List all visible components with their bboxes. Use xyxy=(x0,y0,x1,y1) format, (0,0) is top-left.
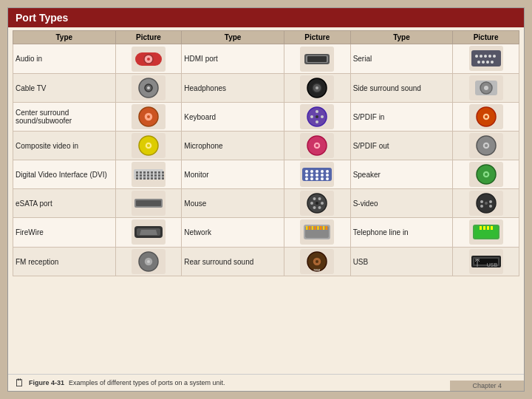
svg-point-83 xyxy=(310,177,313,180)
svg-rect-121 xyxy=(480,226,482,230)
svg-point-74 xyxy=(316,170,318,173)
svg-point-86 xyxy=(326,177,329,180)
port-pic-cell xyxy=(115,44,182,74)
footer-description: Examples of different types of ports on … xyxy=(69,379,225,386)
port-pic-cell xyxy=(284,44,350,74)
svg-point-10 xyxy=(488,55,491,58)
svg-rect-124 xyxy=(491,226,493,230)
svg-point-9 xyxy=(484,55,487,58)
svg-point-13 xyxy=(482,61,485,64)
port-pic-cell: USB xyxy=(453,248,519,276)
svg-rect-60 xyxy=(154,174,157,177)
svg-rect-120 xyxy=(474,226,498,238)
svg-point-81 xyxy=(326,174,329,177)
svg-rect-56 xyxy=(140,174,142,177)
port-type-label: S/PDIF in xyxy=(350,103,453,132)
port-picture-monitor xyxy=(300,162,334,187)
svg-point-32 xyxy=(316,110,318,113)
table-row: Digital Video Interface (DVI)MonitorSpea… xyxy=(13,160,519,189)
svg-rect-58 xyxy=(147,174,149,177)
svg-rect-69 xyxy=(158,177,160,180)
table-row: Composite video inMicrophoneS/PDIF out xyxy=(13,132,519,160)
port-type-label: Headphones xyxy=(182,74,284,103)
svg-rect-52 xyxy=(154,171,157,174)
port-type-label: Monitor xyxy=(182,160,284,189)
svg-point-42 xyxy=(316,144,318,147)
svg-rect-111 xyxy=(306,226,308,230)
port-type-label: Rear surround sound xyxy=(182,248,284,276)
svg-point-93 xyxy=(321,202,324,205)
port-type-label: Center surround sound/subwoofer xyxy=(13,103,116,132)
table-wrapper: Type Picture Type Picture Type Picture A… xyxy=(8,27,524,278)
svg-point-98 xyxy=(318,197,321,200)
svg-point-18 xyxy=(147,86,150,89)
port-picture-center_surround xyxy=(132,104,166,129)
svg-point-84 xyxy=(316,177,318,180)
footer-caption: Figure 4-31 xyxy=(29,379,64,386)
svg-point-24 xyxy=(484,86,488,90)
svg-point-82 xyxy=(305,177,308,180)
svg-rect-65 xyxy=(143,177,146,180)
port-type-label: S-video xyxy=(350,189,453,218)
port-pic-cell xyxy=(284,218,350,248)
port-picture-svideo xyxy=(469,191,503,216)
port-picture-serial xyxy=(469,46,503,71)
svg-point-99 xyxy=(316,202,318,205)
svg-point-79 xyxy=(316,174,318,177)
svg-rect-117 xyxy=(323,226,325,230)
svg-point-45 xyxy=(485,144,488,147)
port-pic-cell xyxy=(115,103,182,132)
port-type-label: Mouse xyxy=(182,189,284,218)
svg-point-76 xyxy=(326,170,329,173)
port-pic-cell xyxy=(453,74,519,103)
port-type-label: Serial xyxy=(350,44,453,74)
svg-rect-50 xyxy=(147,171,149,174)
port-picture-side_surround xyxy=(469,75,503,100)
svg-rect-49 xyxy=(143,171,146,174)
port-pic-cell xyxy=(284,103,350,132)
port-pic-cell xyxy=(453,103,519,132)
port-type-label: Telephone line in xyxy=(350,218,453,248)
col-type1: Type xyxy=(13,31,116,44)
port-picture-headphones xyxy=(300,75,334,100)
port-picture-audio_in xyxy=(132,47,166,72)
svg-point-103 xyxy=(480,205,483,208)
port-pic-cell xyxy=(115,218,182,248)
svg-rect-53 xyxy=(158,171,160,174)
svg-rect-110 xyxy=(305,226,329,238)
svg-point-21 xyxy=(316,86,318,89)
svg-point-105 xyxy=(485,202,488,205)
port-type-label: Composite video in xyxy=(13,132,116,160)
svg-rect-68 xyxy=(154,177,157,180)
port-picture-network xyxy=(300,219,334,245)
port-picture-keyboard xyxy=(300,104,334,129)
page-container: Port Types Type Picture Type Picture Typ… xyxy=(7,7,525,392)
port-picture-hdmi xyxy=(300,47,334,72)
port-type-label: FM reception xyxy=(13,248,116,276)
svg-rect-123 xyxy=(487,226,489,230)
svg-rect-116 xyxy=(320,226,322,230)
col-pic2: Picture xyxy=(284,31,350,44)
svg-point-95 xyxy=(313,206,316,209)
svg-rect-48 xyxy=(140,171,142,174)
svg-text:rear: rear xyxy=(314,267,321,272)
port-picture-spdif_out xyxy=(469,133,503,158)
footer: 🗒 Figure 4-31 Examples of different type… xyxy=(8,374,524,391)
svg-point-77 xyxy=(305,174,308,177)
svg-point-29 xyxy=(321,115,324,118)
svg-point-94 xyxy=(318,206,321,209)
port-pic-cell: rear xyxy=(284,248,350,276)
svg-point-75 xyxy=(321,170,324,173)
port-type-label: Microphone xyxy=(182,132,284,160)
svg-marker-108 xyxy=(140,230,157,235)
port-pic-cell xyxy=(453,189,519,218)
col-type2: Type xyxy=(182,31,284,44)
svg-rect-47 xyxy=(136,171,138,174)
port-type-label: Digital Video Interface (DVI) xyxy=(13,160,116,189)
port-type-label: Cable TV xyxy=(13,74,116,103)
svg-point-7 xyxy=(475,55,478,58)
col-type3: Type xyxy=(350,31,453,44)
svg-rect-62 xyxy=(162,174,164,177)
port-pic-cell xyxy=(115,74,182,103)
port-picture-cable_tv xyxy=(132,75,166,100)
